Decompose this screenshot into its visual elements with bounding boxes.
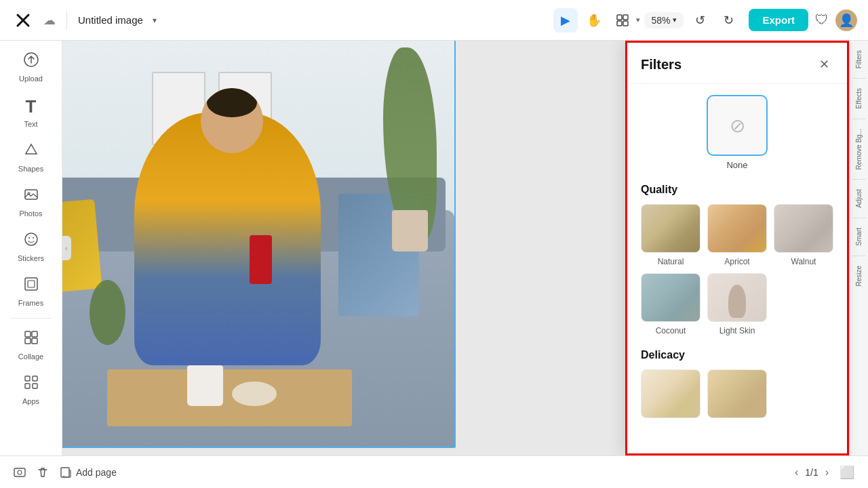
layout-tool-button[interactable] [610,8,635,33]
photo-background [62,41,454,447]
filter-item-del1[interactable] [641,369,701,422]
svg-rect-19 [32,338,37,344]
export-button[interactable]: Export [749,9,808,31]
delicacy-filter-grid [641,369,833,422]
redo-button[interactable]: ↻ [716,8,741,33]
photos-icon [23,186,39,207]
undo-button[interactable]: ↺ [688,8,712,33]
svg-rect-23 [33,384,37,388]
filter-thumb-walnut [774,204,833,253]
delete-button[interactable] [37,466,49,479]
filter-label-natural: Natural [658,257,684,266]
filter-thumb-coconut [641,273,701,322]
mini-tab-adjust[interactable]: Adjust [854,185,864,212]
avatar[interactable]: 👤 [835,9,857,31]
svg-rect-26 [61,468,69,477]
small-plant [90,280,125,345]
svg-rect-15 [28,281,35,287]
filter-thumb-lightskin [707,273,767,322]
screenshot-icon [14,466,26,479]
mini-tab-divider5 [852,256,866,256]
svg-rect-17 [32,331,37,337]
sidebar-label-text: Text [24,120,37,128]
canvas-image[interactable] [62,41,456,448]
frames-icon [23,276,39,296]
filter-label-apricot: Apricot [724,257,749,266]
zoom-value: 58% [651,15,670,26]
svg-rect-9 [25,190,37,199]
svg-rect-14 [25,278,37,290]
filter-item-natural[interactable]: Natural [641,204,701,266]
shield-icon[interactable]: 🛡 [815,12,829,28]
sidebar-item-shapes[interactable]: Shapes [4,136,58,178]
sidebar-item-text[interactable]: T Text [4,91,58,134]
mini-tab-filters[interactable]: Filters [854,46,864,73]
mini-tab-resize[interactable]: Resize [854,262,864,291]
logo[interactable] [11,8,35,33]
svg-marker-8 [26,144,37,154]
svg-rect-16 [25,331,31,337]
filters-panel: Filters ✕ ⊘ None Quality Natural Apri [625,41,849,455]
prev-page-button[interactable]: ‹ [795,466,798,479]
hand-tool-button[interactable]: ✋ [582,8,606,33]
sidebar: Upload T Text Shapes Photos Stickers [0,41,62,455]
layout-dropdown-icon[interactable]: ▾ [636,16,640,24]
topbar-right: Export 🛡 👤 [749,9,857,31]
zoom-control[interactable]: 58% ▾ [644,12,684,28]
trash-icon [37,466,49,479]
filter-item-coconut[interactable]: Coconut [641,273,701,336]
filter-item-apricot[interactable]: Apricot [707,204,767,266]
zoom-dropdown-icon: ▾ [673,16,677,24]
filter-thumb-apricot [707,204,767,253]
svg-rect-6 [623,21,628,26]
filter-thumb-natural [641,204,701,253]
filter-label-walnut: Walnut [791,257,816,266]
collage-icon [23,329,39,350]
quality-filter-grid: Natural Apricot Walnut Coconut [641,204,833,336]
sidebar-collapse-button[interactable]: ‹ [62,236,71,260]
sidebar-label-stickers: Stickers [18,254,44,262]
filter-item-del2[interactable] [707,369,767,422]
svg-rect-5 [617,21,622,26]
sidebar-item-upload[interactable]: Upload [4,46,58,88]
none-icon: ⊘ [730,115,745,137]
sidebar-label-shapes: Shapes [18,165,43,173]
svg-rect-21 [33,376,37,381]
filter-none-item: ⊘ None [641,95,833,170]
filter-none-box[interactable]: ⊘ [707,95,768,156]
filter-none-label: None [726,160,747,170]
sidebar-item-frames[interactable]: Frames [4,270,58,312]
upload-icon [23,52,39,72]
quality-section-title: Quality [641,184,833,196]
sidebar-divider [11,318,52,319]
screenshot-button[interactable] [14,466,26,479]
sidebar-item-stickers[interactable]: Stickers [4,226,58,268]
cloud-icon[interactable]: ☁ [43,13,56,28]
sidebar-item-collage[interactable]: Collage [4,324,58,366]
filter-item-lightskin[interactable]: Light Skin [707,273,767,336]
title-dropdown-icon[interactable]: ▾ [153,16,157,25]
add-page-button[interactable]: Add page [60,466,117,479]
add-page-label: Add page [76,467,117,478]
tool-group: ▶ ✋ ▾ 58% ▾ ↺ ↻ [553,8,741,33]
mini-tab-effects[interactable]: Effects [854,84,864,113]
filter-item-walnut[interactable]: Walnut [774,204,833,266]
next-page-button[interactable]: › [825,466,829,479]
filters-close-button[interactable]: ✕ [814,55,833,74]
expand-button[interactable]: ⬜ [840,465,854,480]
mug [187,365,222,406]
document-title: Untitled image [78,14,143,26]
mini-tab-smart[interactable]: Smart [854,224,864,250]
sidebar-label-apps: Apps [22,397,39,405]
mini-tab-removebg[interactable]: Remove Bg... [854,125,864,174]
plant-pot [392,210,427,251]
sidebar-item-photos[interactable]: Photos [4,181,58,223]
topbar-divider [66,11,67,30]
right-mini-panel: Filters Effects Remove Bg... Adjust Smar… [849,41,868,455]
canvas-area[interactable]: ✕ ✓ [62,41,625,455]
select-tool-button[interactable]: ▶ [553,8,578,33]
sidebar-item-apps[interactable]: Apps [4,369,58,411]
page-indicator: 1/1 [805,467,818,478]
delicacy-section-title: Delicacy [641,349,833,361]
svg-point-11 [25,233,37,245]
